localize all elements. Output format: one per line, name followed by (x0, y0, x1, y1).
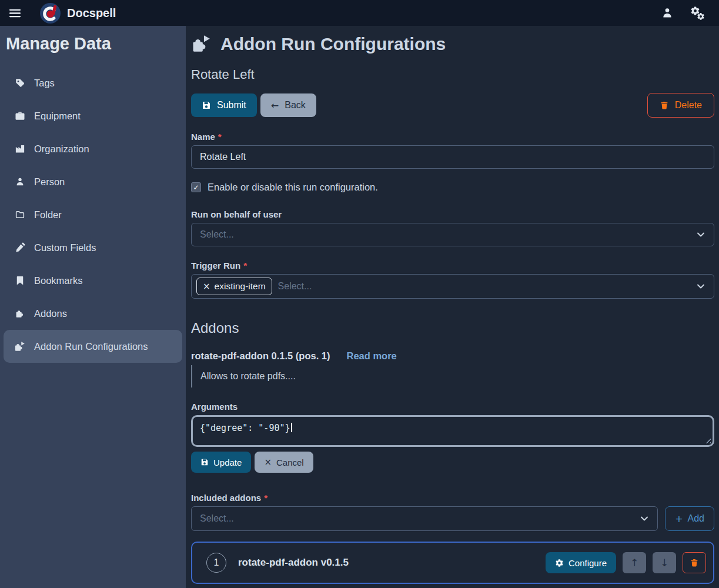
sidebar-item-label: Folder (34, 209, 62, 220)
person-icon (14, 176, 25, 187)
move-down-button[interactable]: ↓ (653, 552, 676, 573)
chevron-down-icon (696, 230, 705, 239)
enabled-checkbox[interactable]: ✓ (191, 182, 201, 192)
position-badge: 1 (206, 553, 226, 573)
required-asterisk: * (243, 260, 247, 270)
check-icon: ✓ (193, 184, 199, 191)
name-label: Name * (191, 132, 714, 142)
sidebar-item-addons[interactable]: Addons (4, 297, 182, 330)
pen-icon (14, 242, 25, 253)
trigger-run-select[interactable]: × existing-item Select... (191, 274, 714, 299)
update-label: Update (213, 457, 242, 467)
menu-button[interactable] (8, 6, 22, 20)
submit-label: Submit (217, 100, 246, 111)
select-placeholder: Select... (200, 513, 234, 524)
card-actions: Configure ↑ ↓ (546, 552, 706, 573)
resize-handle[interactable] (704, 437, 711, 443)
sidebar-item-organization[interactable]: Organization (4, 132, 182, 165)
chip-label: existing-item (215, 281, 266, 292)
included-addons-row: Select... + Add (191, 506, 714, 531)
plus-icon: + (675, 513, 683, 524)
required-asterisk: * (264, 493, 267, 503)
sidebar-item-label: Organization (34, 143, 89, 155)
app-window: Docspell Manage Data (0, 0, 719, 588)
gear-icon (555, 559, 564, 567)
puzzle-play-icon (14, 341, 25, 352)
sidebar-item-label: Bookmarks (34, 275, 83, 286)
app-brand[interactable]: Docspell (39, 2, 116, 24)
sidebar-item-folder[interactable]: Folder (4, 198, 182, 231)
addon-name: rotate-pdf-addon 0.1.5 (pos. 1) (191, 350, 330, 362)
add-addon-button[interactable]: + Add (665, 506, 714, 531)
included-addons-label: Included addons * (191, 493, 714, 503)
select-placeholder: Select... (200, 229, 234, 240)
sidebar-item-equipment[interactable]: Equipment (4, 99, 182, 132)
remove-addon-button[interactable] (683, 552, 706, 573)
save-icon (202, 101, 211, 110)
account-button[interactable] (661, 6, 674, 19)
add-label: Add (688, 513, 704, 524)
addon-title-row: rotate-pdf-addon 0.1.5 (pos. 1) Read mor… (191, 350, 714, 362)
tag-icon (14, 78, 25, 88)
run-on-behalf-label: Run on behalf of user (191, 209, 714, 219)
config-name-heading: Rotate Left (191, 67, 714, 82)
enabled-label: Enable or disable this run configuration… (208, 182, 378, 193)
configure-button[interactable]: Configure (546, 552, 616, 573)
cancel-label: Cancel (276, 457, 304, 467)
puzzle-play-icon (191, 34, 211, 54)
arguments-textarea[interactable]: {"degree": "-90"} (191, 415, 714, 447)
arrow-up-icon: ↑ (630, 557, 638, 569)
arguments-label: Arguments (191, 402, 714, 412)
text-cursor (291, 423, 292, 432)
back-label: Back (285, 100, 306, 111)
update-button[interactable]: Update (191, 452, 251, 473)
sidebar-item-label: Custom Fields (34, 242, 96, 253)
save-icon (200, 458, 209, 466)
back-button[interactable]: ← Back (260, 93, 316, 117)
sidebar-item-bookmarks[interactable]: Bookmarks (4, 264, 182, 297)
arrow-left-icon: ← (271, 100, 279, 111)
bookmark-icon (14, 275, 25, 286)
sidebar-item-person[interactable]: Person (4, 165, 182, 198)
sidebar-item-custom-fields[interactable]: Custom Fields (4, 231, 182, 264)
sidebar-menu: Tags Equipment Organization Person Folde… (4, 66, 182, 363)
sidebar-title: Manage Data (6, 34, 182, 54)
close-icon: × (264, 457, 272, 467)
hamburger-icon (8, 6, 22, 20)
sidebar-item-label: Addon Run Configurations (34, 341, 148, 352)
trigger-run-label: Trigger Run * (191, 260, 714, 270)
included-addon-title: rotate-pdf-addon v0.1.5 (238, 557, 349, 569)
arguments-value: {"degree": "-90"} (200, 423, 290, 433)
sidebar-item-tags[interactable]: Tags (4, 66, 182, 99)
trash-icon (690, 558, 699, 567)
name-input[interactable] (191, 145, 714, 169)
factory-icon (14, 143, 25, 154)
included-addons-select[interactable]: Select... (191, 506, 658, 531)
sidebar-item-addon-run-configurations[interactable]: Addon Run Configurations (4, 330, 182, 363)
arguments-actions: Update × Cancel (191, 452, 714, 473)
remove-chip-icon[interactable]: × (203, 281, 210, 292)
addon-description: Allows to rotate pdfs.... (191, 365, 714, 387)
delete-button[interactable]: Delete (647, 93, 714, 118)
read-more-link[interactable]: Read more (347, 350, 397, 362)
cancel-button[interactable]: × Cancel (255, 452, 313, 473)
select-placeholder: Select... (278, 281, 312, 292)
top-navbar: Docspell (0, 0, 719, 26)
enabled-checkbox-row[interactable]: ✓ Enable or disable this run configurati… (191, 182, 714, 193)
move-up-button[interactable]: ↑ (623, 552, 646, 573)
configure-label: Configure (568, 558, 607, 568)
addons-section-heading: Addons (191, 320, 714, 336)
delete-label: Delete (675, 100, 702, 111)
docspell-logo-icon (39, 2, 61, 24)
chevron-down-icon (640, 514, 649, 523)
settings-button[interactable] (690, 6, 705, 21)
cogs-icon (690, 6, 705, 21)
submit-button[interactable]: Submit (191, 93, 257, 117)
app-title: Docspell (67, 6, 116, 20)
required-asterisk: * (218, 132, 222, 142)
selected-trigger-chip[interactable]: × existing-item (196, 278, 272, 295)
page-title-text: Addon Run Configurations (220, 34, 446, 54)
puzzle-icon (14, 308, 25, 319)
sidebar-item-label: Equipment (34, 111, 81, 122)
run-on-behalf-select[interactable]: Select... (191, 223, 714, 246)
